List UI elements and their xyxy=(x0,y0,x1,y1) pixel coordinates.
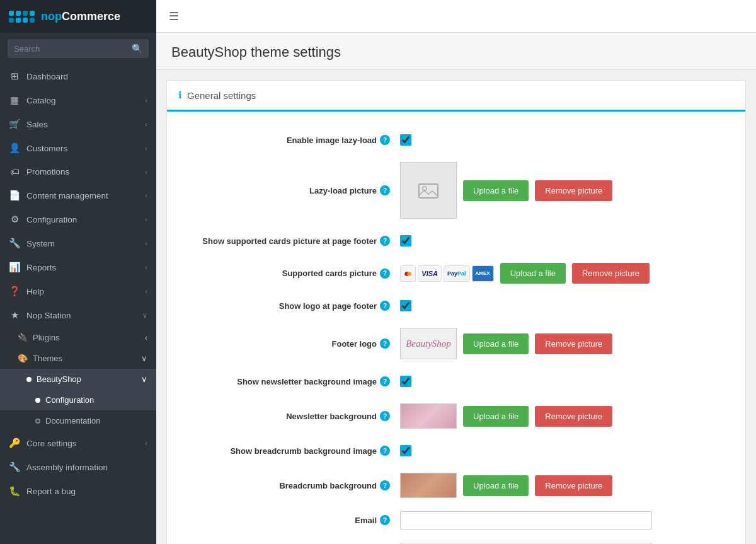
chevron-icon: ‹ xyxy=(145,216,147,223)
sidebar-item-sales[interactable]: 🛒 Sales ‹ xyxy=(0,112,156,136)
sidebar-item-label: Dashboard xyxy=(26,72,147,81)
config-icon: ⚙ xyxy=(9,214,20,225)
upload-file-button[interactable]: Upload a file xyxy=(463,333,529,354)
form-row-footer-logo: Footer logo ? BeautyShop Upload a file R… xyxy=(167,321,745,366)
form-field xyxy=(400,445,726,456)
help-tooltip-icon[interactable]: ? xyxy=(380,339,390,349)
sidebar-item-configuration[interactable]: ⚙ Configuration ‹ xyxy=(0,207,156,231)
sidebar-item-label: Configuration xyxy=(45,395,94,405)
page-title: BeautyShop theme settings xyxy=(171,44,741,61)
topbar: ☰ xyxy=(156,0,756,33)
remove-picture-button[interactable]: Remove picture xyxy=(535,333,612,354)
sidebar-item-report-bug[interactable]: 🐛 Report a bug xyxy=(0,479,156,503)
form-row-phone: Phone number ? xyxy=(167,536,745,544)
sidebar-item-reports[interactable]: 📊 Reports ‹ xyxy=(0,255,156,279)
form-field xyxy=(400,235,726,246)
help-tooltip-icon[interactable]: ? xyxy=(380,515,390,525)
enable-lazy-load-checkbox[interactable] xyxy=(400,134,411,146)
form-field: Upload a file Remove picture xyxy=(400,162,726,219)
email-input[interactable] xyxy=(400,511,652,530)
help-tooltip-icon[interactable]: ? xyxy=(380,480,390,490)
form-label: Supported cards picture ? xyxy=(186,269,400,279)
search-box[interactable]: 🔍 xyxy=(8,39,149,58)
chevron-icon: ‹ xyxy=(145,439,147,447)
chevron-down-icon: ∨ xyxy=(141,354,147,363)
sidebar-item-label: Customers xyxy=(26,144,139,153)
bug-icon: 🐛 xyxy=(9,485,20,497)
dashboard-icon: ⊞ xyxy=(9,71,20,82)
sidebar-item-catalog[interactable]: ▦ Catalog ‹ xyxy=(0,88,156,112)
sidebar-item-label: Themes xyxy=(33,354,62,363)
chevron-icon: ‹ xyxy=(145,263,147,271)
help-tooltip-icon[interactable]: ? xyxy=(380,301,390,311)
help-tooltip-icon[interactable]: ? xyxy=(380,269,390,279)
help-tooltip-icon[interactable]: ? xyxy=(380,135,390,145)
form-label: Newsletter background ? xyxy=(186,411,400,421)
sidebar-item-dashboard[interactable]: ⊞ Dashboard xyxy=(0,64,156,88)
sidebar-item-documentation[interactable]: Documentation xyxy=(0,410,156,431)
sidebar-item-content-management[interactable]: 📄 Content management ‹ xyxy=(0,183,156,207)
info-icon: ℹ xyxy=(178,90,182,101)
themes-icon: 🎨 xyxy=(18,354,28,363)
remove-picture-button[interactable]: Remove picture xyxy=(572,263,650,284)
hamburger-button[interactable]: ☰ xyxy=(169,9,179,23)
sidebar-item-beautyshop[interactable]: BeautyShop ∨ xyxy=(0,369,156,390)
upload-file-button[interactable]: Upload a file xyxy=(500,263,566,284)
sidebar-item-label: Sales xyxy=(26,120,139,129)
svg-rect-0 xyxy=(419,184,438,198)
sidebar-item-label: Configuration xyxy=(26,215,139,224)
sidebar-item-assembly-info[interactable]: 🔧 Assembly information xyxy=(0,455,156,479)
sidebar-item-help[interactable]: ❓ Help ‹ xyxy=(0,279,156,303)
sidebar-item-label: Assembly information xyxy=(26,463,147,472)
sidebar-item-label: System xyxy=(26,239,139,248)
show-breadcrumb-bg-checkbox[interactable] xyxy=(400,445,411,456)
logo-dots xyxy=(9,11,35,23)
form-row-supported-cards-picture: Supported cards picture ? ●● VISA PayPal… xyxy=(167,257,745,290)
form-label: Lazy-load picture ? xyxy=(186,185,400,195)
help-tooltip-icon[interactable]: ? xyxy=(380,236,390,246)
remove-picture-button[interactable]: Remove picture xyxy=(535,475,612,496)
sidebar-item-nop-station[interactable]: ★ Nop Station ∨ xyxy=(0,303,156,327)
image-placeholder xyxy=(400,162,457,219)
sidebar-item-promotions[interactable]: 🏷 Promotions ‹ xyxy=(0,160,156,183)
logo-dot xyxy=(23,18,28,23)
remove-picture-button[interactable]: Remove picture xyxy=(535,180,612,201)
newsletter-bg-preview xyxy=(400,403,457,429)
search-input[interactable] xyxy=(14,44,127,54)
page-title-area: BeautyShop theme settings xyxy=(156,33,756,70)
form-row-newsletter-background: Newsletter background ? Upload a file Re… xyxy=(167,397,745,435)
sidebar: nopCommerce 🔍 ⊞ Dashboard ▦ Catalog ‹ 🛒 … xyxy=(0,0,156,544)
search-icon: 🔍 xyxy=(132,43,142,54)
breadcrumb-bg-preview xyxy=(400,473,457,498)
sidebar-item-system[interactable]: 🔧 System ‹ xyxy=(0,231,156,255)
sidebar-item-configuration-sub[interactable]: Configuration xyxy=(0,390,156,410)
show-newsletter-bg-checkbox[interactable] xyxy=(400,376,411,387)
form-row-show-footer-logo: Show logo at page footer ? xyxy=(167,290,745,321)
remove-picture-button[interactable]: Remove picture xyxy=(535,406,612,427)
sidebar-item-label: Report a bug xyxy=(26,487,147,496)
upload-file-button[interactable]: Upload a file xyxy=(463,406,529,427)
upload-file-button[interactable]: Upload a file xyxy=(463,475,529,496)
sidebar-item-themes[interactable]: 🎨 Themes ∨ xyxy=(0,348,156,369)
paypal-badge: PayPal xyxy=(444,265,470,282)
help-tooltip-icon[interactable]: ? xyxy=(380,446,390,456)
logo-dot xyxy=(30,18,35,23)
chevron-icon: ‹ xyxy=(145,96,147,104)
show-footer-logo-checkbox[interactable] xyxy=(400,300,411,311)
form-row-breadcrumb-background: Breadcrumb background ? Upload a file Re… xyxy=(167,466,745,504)
field-label-text: Newsletter background xyxy=(286,412,377,421)
upload-file-button[interactable]: Upload a file xyxy=(463,180,529,201)
logo-dot xyxy=(30,11,35,16)
sidebar-item-customers[interactable]: 👤 Customers ‹ xyxy=(0,136,156,160)
panel-header-title: General settings xyxy=(187,90,256,101)
sidebar-item-core-settings[interactable]: 🔑 Core settings ‹ xyxy=(0,431,156,455)
sidebar-item-plugins[interactable]: 🔌 Plugins ‹ xyxy=(0,327,156,348)
help-tooltip-icon[interactable]: ? xyxy=(380,185,390,195)
chevron-down-icon: ∨ xyxy=(142,311,147,320)
show-supported-cards-checkbox[interactable] xyxy=(400,235,411,246)
panel-header: ℹ General settings xyxy=(167,81,745,112)
help-tooltip-icon[interactable]: ? xyxy=(380,411,390,421)
form-row-enable-lazy-load: Enable image lazy-load ? xyxy=(167,124,745,156)
help-tooltip-icon[interactable]: ? xyxy=(380,376,390,386)
form-label: Show breadcrumb background image ? xyxy=(186,446,400,456)
